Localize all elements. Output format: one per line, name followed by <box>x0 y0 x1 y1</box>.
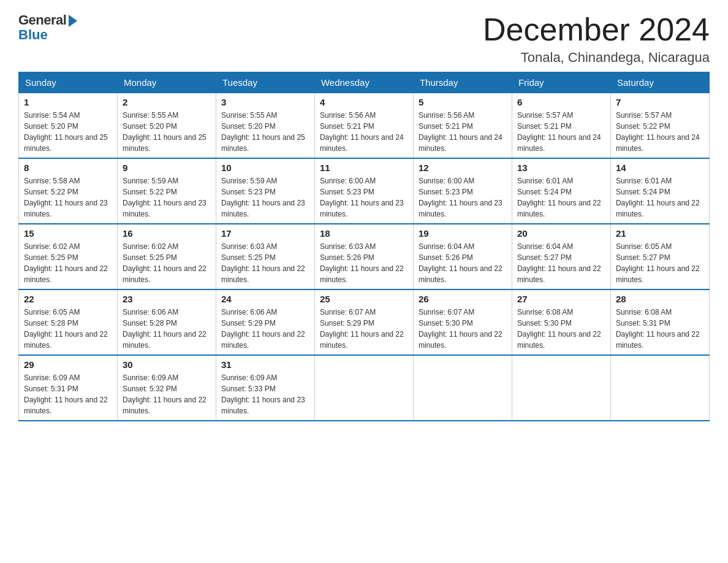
calendar-day-cell: 13 Sunrise: 6:01 AMSunset: 5:24 PMDaylig… <box>512 158 610 224</box>
day-number: 6 <box>517 97 605 107</box>
calendar-day-cell: 18 Sunrise: 6:03 AMSunset: 5:26 PMDaylig… <box>314 224 413 289</box>
col-monday: Monday <box>117 72 216 93</box>
logo-blue-text: Blue <box>18 27 48 43</box>
calendar-week-row: 1 Sunrise: 5:54 AMSunset: 5:20 PMDayligh… <box>19 93 710 159</box>
calendar-day-cell <box>314 355 413 421</box>
day-info: Sunrise: 6:03 AMSunset: 5:25 PMDaylight:… <box>221 241 309 285</box>
day-info: Sunrise: 6:05 AMSunset: 5:28 PMDaylight:… <box>24 307 112 351</box>
day-number: 10 <box>221 163 309 173</box>
calendar-day-cell: 21 Sunrise: 6:05 AMSunset: 5:27 PMDaylig… <box>610 224 709 289</box>
calendar-day-cell: 15 Sunrise: 6:02 AMSunset: 5:25 PMDaylig… <box>19 224 118 289</box>
day-info: Sunrise: 6:01 AMSunset: 5:24 PMDaylight:… <box>616 175 704 220</box>
day-number: 21 <box>616 228 704 239</box>
calendar-day-cell: 12 Sunrise: 6:00 AMSunset: 5:23 PMDaylig… <box>413 158 512 224</box>
day-number: 24 <box>221 294 309 304</box>
day-info: Sunrise: 6:00 AMSunset: 5:23 PMDaylight:… <box>320 175 408 220</box>
calendar-day-cell: 22 Sunrise: 6:05 AMSunset: 5:28 PMDaylig… <box>19 289 118 355</box>
day-number: 11 <box>320 163 408 173</box>
day-number: 23 <box>123 294 211 304</box>
calendar-week-row: 8 Sunrise: 5:58 AMSunset: 5:22 PMDayligh… <box>19 158 710 224</box>
day-info: Sunrise: 6:08 AMSunset: 5:31 PMDaylight:… <box>616 307 704 351</box>
day-number: 5 <box>419 97 507 107</box>
day-info: Sunrise: 6:08 AMSunset: 5:30 PMDaylight:… <box>517 307 605 351</box>
calendar-day-cell: 28 Sunrise: 6:08 AMSunset: 5:31 PMDaylig… <box>610 289 709 355</box>
day-info: Sunrise: 6:01 AMSunset: 5:24 PMDaylight:… <box>517 175 605 220</box>
calendar-day-cell: 23 Sunrise: 6:06 AMSunset: 5:28 PMDaylig… <box>117 289 216 355</box>
calendar-day-cell <box>413 355 512 421</box>
location-subtitle: Tonala, Chinandega, Nicaragua <box>483 50 710 66</box>
day-number: 25 <box>320 294 408 304</box>
day-info: Sunrise: 5:55 AMSunset: 5:20 PMDaylight:… <box>221 110 309 154</box>
day-number: 12 <box>419 163 507 173</box>
calendar-day-cell: 30 Sunrise: 6:09 AMSunset: 5:32 PMDaylig… <box>117 355 216 421</box>
calendar-day-cell <box>512 355 610 421</box>
day-info: Sunrise: 5:57 AMSunset: 5:22 PMDaylight:… <box>616 110 704 154</box>
day-number: 17 <box>221 228 309 239</box>
day-info: Sunrise: 5:54 AMSunset: 5:20 PMDaylight:… <box>24 110 112 154</box>
day-info: Sunrise: 6:09 AMSunset: 5:33 PMDaylight:… <box>221 372 309 416</box>
day-number: 4 <box>320 97 408 107</box>
day-info: Sunrise: 5:59 AMSunset: 5:22 PMDaylight:… <box>123 175 211 220</box>
logo-general-text: General <box>18 12 66 28</box>
day-number: 19 <box>419 228 507 239</box>
calendar-day-cell: 24 Sunrise: 6:06 AMSunset: 5:29 PMDaylig… <box>216 289 314 355</box>
day-info: Sunrise: 6:04 AMSunset: 5:26 PMDaylight:… <box>419 241 507 285</box>
calendar-day-cell: 10 Sunrise: 5:59 AMSunset: 5:23 PMDaylig… <box>216 158 314 224</box>
day-number: 22 <box>24 294 112 304</box>
calendar-day-cell: 19 Sunrise: 6:04 AMSunset: 5:26 PMDaylig… <box>413 224 512 289</box>
col-sunday: Sunday <box>19 72 118 93</box>
calendar-header-row: Sunday Monday Tuesday Wednesday Thursday… <box>19 72 710 93</box>
col-tuesday: Tuesday <box>216 72 314 93</box>
calendar-table: Sunday Monday Tuesday Wednesday Thursday… <box>18 72 710 421</box>
calendar-day-cell: 27 Sunrise: 6:08 AMSunset: 5:30 PMDaylig… <box>512 289 610 355</box>
col-friday: Friday <box>512 72 610 93</box>
day-info: Sunrise: 6:03 AMSunset: 5:26 PMDaylight:… <box>320 241 408 285</box>
calendar-day-cell: 4 Sunrise: 5:56 AMSunset: 5:21 PMDayligh… <box>314 93 413 159</box>
day-number: 1 <box>24 97 112 107</box>
day-number: 2 <box>123 97 211 107</box>
calendar-day-cell: 31 Sunrise: 6:09 AMSunset: 5:33 PMDaylig… <box>216 355 314 421</box>
day-info: Sunrise: 5:56 AMSunset: 5:21 PMDaylight:… <box>419 110 507 154</box>
logo-arrow-icon <box>69 15 77 27</box>
day-info: Sunrise: 6:09 AMSunset: 5:32 PMDaylight:… <box>123 372 211 416</box>
day-number: 14 <box>616 163 704 173</box>
day-number: 9 <box>123 163 211 173</box>
calendar-day-cell: 1 Sunrise: 5:54 AMSunset: 5:20 PMDayligh… <box>19 93 118 159</box>
calendar-day-cell: 5 Sunrise: 5:56 AMSunset: 5:21 PMDayligh… <box>413 93 512 159</box>
day-info: Sunrise: 6:02 AMSunset: 5:25 PMDaylight:… <box>24 241 112 285</box>
day-info: Sunrise: 6:06 AMSunset: 5:28 PMDaylight:… <box>123 307 211 351</box>
calendar-week-row: 29 Sunrise: 6:09 AMSunset: 5:31 PMDaylig… <box>19 355 710 421</box>
logo: General Blue <box>18 12 77 43</box>
day-info: Sunrise: 6:06 AMSunset: 5:29 PMDaylight:… <box>221 307 309 351</box>
calendar-day-cell <box>610 355 709 421</box>
calendar-day-cell: 16 Sunrise: 6:02 AMSunset: 5:25 PMDaylig… <box>117 224 216 289</box>
day-number: 27 <box>517 294 605 304</box>
day-info: Sunrise: 6:02 AMSunset: 5:25 PMDaylight:… <box>123 241 211 285</box>
day-number: 30 <box>123 359 211 370</box>
day-number: 26 <box>419 294 507 304</box>
page-header: General Blue December 2024 Tonala, China… <box>18 12 710 66</box>
calendar-day-cell: 7 Sunrise: 5:57 AMSunset: 5:22 PMDayligh… <box>610 93 709 159</box>
day-number: 16 <box>123 228 211 239</box>
col-wednesday: Wednesday <box>314 72 413 93</box>
calendar-day-cell: 29 Sunrise: 6:09 AMSunset: 5:31 PMDaylig… <box>19 355 118 421</box>
day-number: 20 <box>517 228 605 239</box>
calendar-day-cell: 14 Sunrise: 6:01 AMSunset: 5:24 PMDaylig… <box>610 158 709 224</box>
day-number: 15 <box>24 228 112 239</box>
calendar-day-cell: 20 Sunrise: 6:04 AMSunset: 5:27 PMDaylig… <box>512 224 610 289</box>
day-number: 13 <box>517 163 605 173</box>
day-number: 3 <box>221 97 309 107</box>
col-saturday: Saturday <box>610 72 709 93</box>
calendar-day-cell: 25 Sunrise: 6:07 AMSunset: 5:29 PMDaylig… <box>314 289 413 355</box>
calendar-day-cell: 2 Sunrise: 5:55 AMSunset: 5:20 PMDayligh… <box>117 93 216 159</box>
calendar-week-row: 22 Sunrise: 6:05 AMSunset: 5:28 PMDaylig… <box>19 289 710 355</box>
calendar-week-row: 15 Sunrise: 6:02 AMSunset: 5:25 PMDaylig… <box>19 224 710 289</box>
day-info: Sunrise: 6:09 AMSunset: 5:31 PMDaylight:… <box>24 372 112 416</box>
title-block: December 2024 Tonala, Chinandega, Nicara… <box>483 12 710 66</box>
calendar-day-cell: 3 Sunrise: 5:55 AMSunset: 5:20 PMDayligh… <box>216 93 314 159</box>
day-info: Sunrise: 6:04 AMSunset: 5:27 PMDaylight:… <box>517 241 605 285</box>
calendar-day-cell: 8 Sunrise: 5:58 AMSunset: 5:22 PMDayligh… <box>19 158 118 224</box>
day-info: Sunrise: 6:07 AMSunset: 5:30 PMDaylight:… <box>419 307 507 351</box>
calendar-day-cell: 11 Sunrise: 6:00 AMSunset: 5:23 PMDaylig… <box>314 158 413 224</box>
day-info: Sunrise: 5:55 AMSunset: 5:20 PMDaylight:… <box>123 110 211 154</box>
